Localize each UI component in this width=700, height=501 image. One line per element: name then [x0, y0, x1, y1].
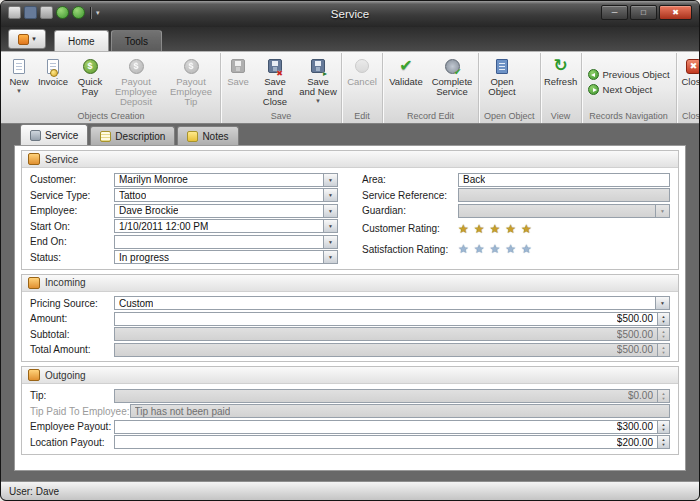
group-label-records-navigation: Records Navigation	[584, 110, 674, 123]
outgoing-groupbox: Outgoing Tip: $0.00 Tip Paid To Employee…	[21, 366, 679, 455]
save-button[interactable]: Save	[223, 54, 253, 110]
tip-paid-row: Tip Paid To Employee: Tip has not been p…	[30, 404, 670, 418]
ribbon-group-view: Refresh View	[541, 53, 582, 123]
validate-icon	[399, 56, 412, 76]
area-row: Area: Back	[362, 173, 670, 187]
status-label: Status:	[30, 252, 114, 263]
next-object-icon	[588, 84, 599, 95]
satisfaction-rating-stars[interactable]: ★★★★★	[458, 243, 532, 255]
tip-label: Tip:	[30, 390, 114, 401]
tab-description-label: Description	[115, 131, 165, 142]
ribbon-tab-tools[interactable]: Tools	[111, 30, 162, 51]
tab-service[interactable]: Service	[20, 124, 88, 145]
employee-payout-label: Employee Payout:	[30, 421, 114, 432]
ribbon-group-objects-creation: New ▼ Invoice Quick Pay Payout Employee …	[2, 53, 221, 123]
payout-employee-deposit-icon	[129, 56, 144, 76]
customer-combobox[interactable]: Marilyn Monroe	[114, 173, 338, 187]
chevron-down-icon: ▼	[16, 88, 22, 95]
employee-combobox[interactable]: Dave Brockie	[114, 204, 338, 218]
service-type-label: Service Type:	[30, 190, 114, 201]
maximize-button[interactable]	[630, 5, 657, 20]
employee-payout-spinner[interactable]: $300.00	[114, 420, 670, 434]
subtotal-spinner: $500.00	[114, 327, 670, 341]
refresh-icon	[553, 56, 567, 76]
open-object-label: Open Object	[483, 77, 521, 97]
invoice-button[interactable]: Invoice	[35, 54, 71, 110]
group-label-save: Save	[223, 110, 339, 123]
incoming-group-title: Incoming	[45, 277, 86, 288]
open-object-button[interactable]: Open Object	[481, 54, 523, 110]
complete-service-icon	[445, 56, 460, 76]
customer-rating-row: Customer Rating: ★★★★★	[362, 219, 670, 238]
ribbon-tab-home[interactable]: Home	[54, 30, 109, 51]
application-menu-icon	[18, 34, 29, 45]
amount-row: Amount: $500.00	[30, 312, 670, 326]
new-label: New	[9, 77, 28, 87]
service-tab-icon	[30, 130, 41, 141]
service-group-icon	[28, 153, 40, 165]
close-ribbon-button[interactable]: Close	[679, 54, 700, 110]
save-and-close-label: Save and Close	[256, 77, 294, 107]
group-label-close: Close	[679, 110, 700, 123]
employee-value: Dave Brockie	[119, 205, 178, 216]
previous-object-button[interactable]: Previous Object	[588, 69, 670, 80]
save-and-new-label: Save and New	[299, 77, 337, 97]
ribbon-group-records-navigation: Previous Object Next Object Records Navi…	[582, 53, 677, 123]
payout-employee-deposit-button[interactable]: Payout Employee Deposit	[109, 54, 163, 110]
save-label: Save	[227, 77, 249, 87]
ribbon-tab-tools-label: Tools	[125, 36, 148, 47]
pricing-source-combobox[interactable]: Custom	[114, 296, 670, 310]
new-button[interactable]: New ▼	[4, 54, 34, 110]
outgoing-group-title: Outgoing	[45, 370, 86, 381]
status-value: In progress	[119, 252, 169, 263]
tip-row: Tip: $0.00	[30, 389, 670, 403]
tab-description[interactable]: Description	[90, 126, 175, 145]
save-and-close-button[interactable]: Save and Close	[254, 54, 296, 110]
validate-button[interactable]: Validate	[385, 54, 427, 110]
customer-row: Customer: Marilyn Monroe	[30, 173, 338, 187]
next-object-button[interactable]: Next Object	[588, 84, 670, 95]
service-groupbox: Service Customer: Marilyn Monroe Service…	[21, 150, 679, 270]
status-combobox[interactable]: In progress	[114, 250, 338, 264]
area-input[interactable]: Back	[458, 173, 670, 187]
amount-label: Amount:	[30, 313, 114, 324]
start-on-label: Start On:	[30, 221, 114, 232]
validate-label: Validate	[389, 77, 423, 87]
complete-service-button[interactable]: Complete Service	[428, 54, 476, 110]
cancel-button[interactable]: Cancel	[344, 54, 380, 110]
ribbon: New ▼ Invoice Quick Pay Payout Employee …	[1, 51, 699, 124]
location-payout-spinner[interactable]: $200.00	[114, 435, 670, 449]
service-type-combobox[interactable]: Tattoo	[114, 188, 338, 202]
area-value: Back	[463, 174, 485, 185]
amount-spinner[interactable]: $500.00	[114, 312, 670, 326]
payout-employee-tip-icon	[184, 56, 199, 76]
application-menu-button[interactable]: ▾	[8, 29, 46, 49]
status-bar: User: Dave	[1, 481, 699, 500]
guardian-row: Guardian:	[362, 204, 670, 218]
area-label: Area:	[362, 174, 458, 185]
employee-label: Employee:	[30, 205, 114, 216]
quick-pay-button[interactable]: Quick Pay	[72, 54, 108, 110]
previous-object-label: Previous Object	[603, 69, 670, 80]
service-group-header: Service	[22, 151, 678, 168]
ribbon-group-record-edit: Validate Complete Service Record Edit	[383, 53, 479, 123]
service-type-value: Tattoo	[119, 190, 146, 201]
window-controls	[601, 5, 692, 20]
end-on-label: End On:	[30, 236, 114, 247]
close-label: Close	[681, 77, 700, 87]
end-on-datepicker[interactable]	[114, 235, 338, 249]
chevron-down-icon: ▼	[315, 98, 321, 105]
payout-employee-tip-button[interactable]: Payout Employee Tip	[164, 54, 218, 110]
pricing-source-label: Pricing Source:	[30, 298, 114, 309]
description-tab-icon	[100, 131, 111, 142]
tab-notes[interactable]: Notes	[177, 126, 238, 145]
save-and-new-button[interactable]: Save and New ▼	[297, 54, 339, 110]
window-close-button[interactable]	[659, 5, 692, 20]
minimize-button[interactable]	[601, 5, 628, 20]
customer-rating-stars[interactable]: ★★★★★	[458, 223, 532, 235]
refresh-button[interactable]: Refresh	[543, 54, 579, 110]
incoming-group-icon	[28, 277, 40, 289]
tip-paid-label: Tip Paid To Employee:	[30, 406, 130, 417]
start-on-datepicker[interactable]: 1/10/2011 12:00 PM	[114, 219, 338, 233]
pricing-source-value: Custom	[119, 298, 153, 309]
